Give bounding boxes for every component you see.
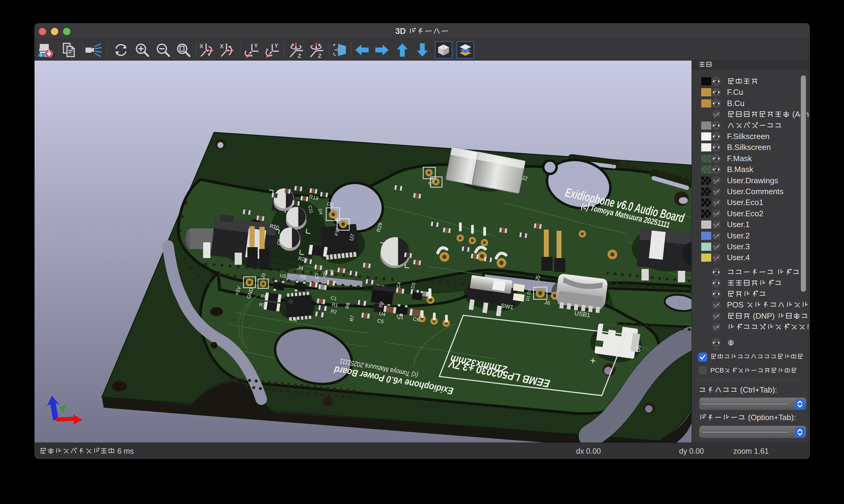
svg-text:J6: J6: [544, 299, 551, 306]
svg-text:X: X: [200, 43, 203, 49]
svg-text:R2: R2: [330, 308, 337, 314]
svg-text:U2: U2: [300, 273, 307, 279]
svg-text:U4: U4: [379, 310, 386, 317]
svg-text:R5: R5: [322, 271, 328, 277]
svg-text:Y: Y: [274, 42, 278, 49]
svg-text:R3: R3: [259, 302, 265, 308]
svg-text:J4: J4: [297, 265, 304, 271]
svg-text:C1: C1: [330, 295, 337, 301]
svg-text:J2: J2: [521, 175, 528, 182]
svg-text:C2: C2: [329, 269, 335, 276]
svg-text:R1: R1: [331, 302, 338, 308]
svg-text:C5: C5: [377, 318, 384, 324]
svg-text:Z: Z: [318, 53, 322, 58]
svg-text:C6: C6: [413, 316, 420, 323]
svg-text:Y: Y: [254, 42, 258, 49]
svg-text:Q1: Q1: [396, 313, 404, 321]
svg-text:C3: C3: [314, 273, 320, 279]
svg-text:X: X: [220, 43, 224, 49]
svg-text:U3: U3: [279, 273, 286, 278]
svg-text:Z: Z: [298, 53, 302, 58]
svg-text:D5: D5: [327, 201, 334, 208]
svg-text:U1: U1: [290, 316, 298, 323]
svg-text:R6: R6: [260, 293, 267, 299]
svg-text:U6: U6: [635, 345, 642, 353]
